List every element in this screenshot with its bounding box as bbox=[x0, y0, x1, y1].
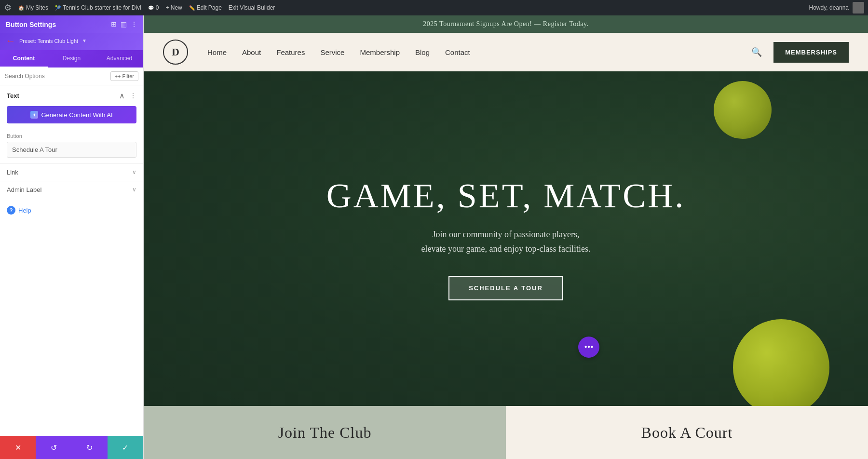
panel-header: Button Settings ⊞ ▥ ⋮ bbox=[0, 15, 143, 33]
panel-header-icons: ⊞ ▥ ⋮ bbox=[111, 20, 137, 28]
admin-bar-right: Howdy, deanna bbox=[809, 2, 865, 14]
nav-links: Home About Features Service Membership B… bbox=[207, 48, 751, 56]
user-avatar[interactable] bbox=[853, 2, 864, 14]
tennis-ball-bottom-right bbox=[733, 319, 829, 406]
text-section-header[interactable]: Text ∧ ⋮ bbox=[0, 85, 143, 104]
cta-join-club-text: Join The Club bbox=[278, 424, 372, 442]
wp-logo-icon[interactable]: ⚙ bbox=[4, 2, 12, 13]
tab-content[interactable]: Content bbox=[0, 50, 48, 68]
admin-label-section[interactable]: Admin Label ∨ bbox=[0, 181, 143, 198]
panel-tabs: Content Design Advanced bbox=[0, 50, 143, 68]
wp-admin-bar: ⚙ 🏠 My Sites 🎾 Tennis Club starter site … bbox=[0, 0, 868, 15]
comments-link[interactable]: 💬 0 bbox=[148, 4, 159, 11]
ai-icon: ✦ bbox=[30, 111, 38, 119]
search-options-input[interactable] bbox=[5, 73, 107, 80]
hero-subtitle: Join our community of passionate players… bbox=[421, 227, 591, 256]
floating-dot-menu[interactable]: ••• bbox=[578, 337, 599, 358]
cancel-button[interactable]: ✕ bbox=[0, 436, 36, 459]
button-field-label: Button bbox=[7, 133, 136, 139]
hero-subtitle-line2: elevate your game, and enjoy top-class f… bbox=[421, 244, 591, 254]
site-name-link[interactable]: 🎾 Tennis Club starter site for Divi bbox=[55, 4, 141, 11]
nav-membership[interactable]: Membership bbox=[360, 48, 400, 56]
text-section-collapse-icon[interactable]: ∧ bbox=[119, 91, 125, 100]
hero-title: GAME, SET, MATCH. bbox=[326, 177, 686, 215]
bottom-cta: Join The Club Book A Court bbox=[144, 406, 868, 459]
search-icon[interactable]: 🔍 bbox=[751, 47, 762, 57]
announcement-text: 2025 Tournament Signups Are Open! — Regi… bbox=[423, 20, 588, 27]
cta-join-club[interactable]: Join The Club bbox=[144, 406, 506, 459]
preset-dropdown-icon[interactable]: ▼ bbox=[82, 38, 87, 43]
admin-label-text: Admin Label bbox=[7, 186, 41, 193]
help-section: ? Help bbox=[0, 198, 143, 222]
layout-icon[interactable]: ▥ bbox=[121, 20, 127, 28]
button-settings-panel: Button Settings ⊞ ▥ ⋮ ← Preset: Tennis C… bbox=[0, 15, 144, 459]
bottom-action-bar: ✕ ↺ ↻ ✓ bbox=[0, 436, 143, 459]
panel-title: Button Settings bbox=[6, 21, 56, 28]
nav-home[interactable]: Home bbox=[207, 48, 227, 56]
tab-design[interactable]: Design bbox=[48, 50, 95, 68]
search-options-bar: + + Filter bbox=[0, 68, 143, 85]
tennis-ball-top-right bbox=[714, 81, 772, 139]
new-link[interactable]: + New bbox=[165, 4, 182, 11]
cta-book-court[interactable]: Book A Court bbox=[506, 406, 868, 459]
nav-service[interactable]: Service bbox=[320, 48, 344, 56]
save-button[interactable]: ✓ bbox=[108, 436, 143, 459]
generate-ai-button[interactable]: ✦ Generate Content With AI bbox=[7, 106, 136, 123]
howdy-text: Howdy, deanna bbox=[809, 4, 849, 11]
hero-subtitle-line1: Join our community of passionate players… bbox=[433, 230, 580, 239]
schedule-tour-button[interactable]: SCHEDULE A TOUR bbox=[448, 276, 563, 300]
my-sites-link[interactable]: 🏠 My Sites bbox=[18, 4, 48, 11]
announcement-bar[interactable]: 2025 Tournament Signups Are Open! — Regi… bbox=[144, 15, 868, 33]
link-chevron-icon: ∨ bbox=[132, 169, 136, 176]
help-icon: ? bbox=[7, 206, 15, 215]
help-link[interactable]: Help bbox=[18, 207, 31, 214]
text-section-menu-icon[interactable]: ⋮ bbox=[130, 92, 136, 100]
link-label: Link bbox=[7, 169, 18, 176]
text-section-title: Text bbox=[7, 92, 19, 99]
tab-advanced[interactable]: Advanced bbox=[95, 50, 143, 68]
content-area: 2025 Tournament Signups Are Open! — Regi… bbox=[144, 15, 868, 459]
nav-about[interactable]: About bbox=[242, 48, 261, 56]
nav-contact[interactable]: Contact bbox=[445, 48, 470, 56]
link-section[interactable]: Link ∨ bbox=[0, 163, 143, 181]
red-arrow-icon: ← bbox=[6, 35, 15, 46]
exit-builder-link[interactable]: Exit Visual Builder bbox=[229, 4, 275, 11]
button-text-input[interactable] bbox=[7, 142, 136, 158]
memberships-button[interactable]: MEMBERSHIPS bbox=[773, 42, 849, 63]
hero-section: GAME, SET, MATCH. Join our community of … bbox=[144, 71, 868, 406]
cta-book-court-text: Book A Court bbox=[641, 424, 733, 442]
filter-button[interactable]: + + Filter bbox=[110, 71, 138, 81]
undo-button[interactable]: ↺ bbox=[36, 436, 71, 459]
preset-label: Preset: Tennis Club Light bbox=[19, 38, 78, 44]
edit-page-link[interactable]: ✏️ Edit Page bbox=[189, 4, 222, 11]
site-nav: D Home About Features Service Membership… bbox=[144, 33, 868, 71]
more-options-icon[interactable]: ⋮ bbox=[131, 20, 137, 28]
site-logo[interactable]: D bbox=[163, 40, 188, 65]
nav-blog[interactable]: Blog bbox=[415, 48, 430, 56]
copy-icon[interactable]: ⊞ bbox=[111, 20, 117, 28]
nav-features[interactable]: Features bbox=[276, 48, 305, 56]
admin-label-chevron-icon: ∨ bbox=[132, 186, 136, 193]
redo-button[interactable]: ↻ bbox=[72, 436, 108, 459]
preset-bar: ← Preset: Tennis Club Light ▼ bbox=[0, 33, 143, 50]
button-field-group: Button bbox=[0, 129, 143, 163]
